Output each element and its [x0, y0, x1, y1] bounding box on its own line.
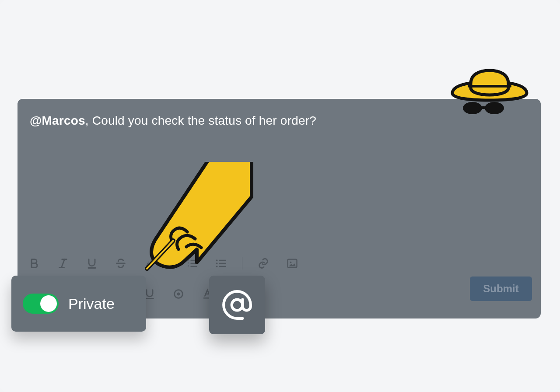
format-toolbar-row1: 123	[24, 250, 302, 276]
italic-button[interactable]	[53, 254, 73, 273]
toolbar-separator	[242, 257, 242, 270]
at-sign-icon	[221, 289, 253, 321]
bold-button[interactable]	[24, 254, 44, 273]
private-label: Private	[68, 295, 115, 312]
svg-point-15	[216, 262, 218, 264]
record-button[interactable]	[169, 284, 188, 304]
strikethrough-button[interactable]	[111, 254, 130, 273]
svg-point-21	[177, 293, 180, 296]
quote-button[interactable]	[140, 254, 159, 273]
link-button[interactable]	[254, 254, 273, 273]
svg-text:3: 3	[188, 265, 189, 268]
message-body: , Could you check the status of her orde…	[85, 114, 316, 127]
svg-point-25	[232, 300, 243, 311]
svg-point-16	[216, 266, 218, 267]
toolbar-separator	[171, 257, 171, 270]
image-button[interactable]	[283, 254, 302, 273]
mention-popover[interactable]	[209, 276, 265, 334]
svg-text:1: 1	[188, 259, 189, 262]
svg-point-14	[216, 259, 218, 261]
unordered-list-button[interactable]	[211, 254, 231, 273]
submit-button[interactable]: Submit	[470, 276, 532, 301]
ordered-list-button[interactable]: 123	[182, 254, 202, 273]
svg-point-18	[290, 262, 292, 263]
svg-line-2	[62, 259, 65, 268]
svg-text:2: 2	[188, 262, 189, 265]
underline-button[interactable]	[82, 254, 102, 273]
private-toggle-popover: Private	[11, 276, 146, 332]
toggle-knob	[40, 295, 57, 312]
private-toggle[interactable]	[23, 294, 59, 314]
mention-token[interactable]: @Marcos	[30, 114, 85, 127]
message-text[interactable]: @Marcos, Could you check the status of h…	[30, 114, 316, 128]
